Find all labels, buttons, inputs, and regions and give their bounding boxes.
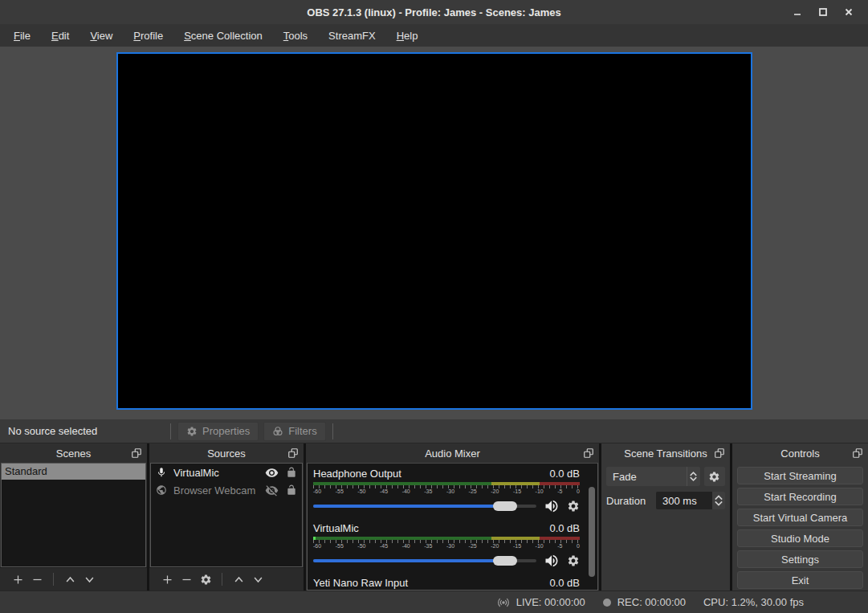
- menu-tools[interactable]: Tools: [273, 27, 318, 45]
- popout-icon[interactable]: [852, 447, 863, 459]
- source-list-item[interactable]: VirtualMic: [151, 464, 302, 481]
- controls-panel-title: Controls: [780, 447, 819, 460]
- source-list-item[interactable]: Browser Webcam: [151, 481, 302, 499]
- chevron-up-icon: [64, 574, 76, 586]
- start-virtual-camera-button[interactable]: Start Virtual Camera: [737, 509, 863, 526]
- chevron-down-icon: [252, 574, 264, 586]
- start-streaming-button[interactable]: Start Streaming: [737, 467, 863, 484]
- source-properties-button[interactable]: [196, 570, 215, 589]
- properties-button[interactable]: Properties: [177, 422, 259, 441]
- sources-list: VirtualMic Browser Webcam: [150, 463, 303, 567]
- remove-source-button[interactable]: [177, 570, 196, 589]
- filters-button[interactable]: Filters: [263, 422, 325, 441]
- channel-name: Yeti Nano Raw Input: [313, 577, 408, 589]
- exit-button[interactable]: Exit: [737, 571, 863, 589]
- remove-scene-button[interactable]: [27, 570, 47, 589]
- volume-slider[interactable]: [313, 559, 536, 562]
- select-spinner[interactable]: [687, 467, 700, 486]
- channel-gear-icon[interactable]: [567, 554, 580, 567]
- move-source-down-button[interactable]: [248, 570, 267, 589]
- maximize-icon: [819, 8, 827, 16]
- gear-icon: [186, 426, 198, 437]
- move-source-up-button[interactable]: [229, 570, 248, 589]
- menubar: File Edit View Profile Scene Collection …: [0, 24, 868, 47]
- sources-panel: Sources VirtualMic Browser Webcam: [149, 443, 304, 591]
- lock-icon[interactable]: [286, 484, 297, 496]
- window-title: OBS 27.1.3 (linux) - Profile: James - Sc…: [0, 6, 868, 18]
- preview-canvas[interactable]: [116, 52, 752, 410]
- duration-spinbox[interactable]: 300 ms: [656, 492, 725, 509]
- studio-mode-button[interactable]: Studio Mode: [737, 529, 863, 547]
- speaker-mute-icon[interactable]: [544, 498, 560, 514]
- toolbar-divider: [332, 423, 333, 439]
- visibility-eye-off-icon[interactable]: [265, 484, 279, 497]
- menu-edit[interactable]: Edit: [41, 27, 79, 45]
- chevron-down-icon: [84, 574, 96, 586]
- scenes-panel-title: Scenes: [56, 447, 91, 460]
- minimize-button[interactable]: [784, 0, 810, 24]
- popout-icon[interactable]: [583, 447, 594, 459]
- duration-value: 300 ms: [656, 492, 712, 509]
- properties-button-label: Properties: [202, 425, 250, 437]
- menu-file[interactable]: File: [3, 27, 41, 45]
- record-dot-icon: [603, 599, 611, 607]
- duration-spin-arrows[interactable]: [712, 492, 725, 509]
- audio-mixer-panel: Audio Mixer Headphone Output 0.0 dB -60-…: [306, 443, 599, 591]
- settings-button[interactable]: Settings: [737, 550, 863, 568]
- mixer-scrollbar[interactable]: [589, 487, 595, 577]
- scenes-list: Standard: [1, 463, 146, 567]
- transition-properties-button[interactable]: [704, 467, 725, 486]
- menu-scene-collection[interactable]: Scene Collection: [173, 27, 273, 45]
- transition-select[interactable]: Fade: [606, 467, 700, 486]
- close-button[interactable]: [836, 0, 862, 24]
- meter-tick-labels: -60-55-50-45-40-35-30-25-20-15-10-50: [313, 488, 580, 496]
- start-recording-button[interactable]: Start Recording: [737, 488, 863, 505]
- spin-up-icon: [715, 495, 723, 501]
- move-scene-down-button[interactable]: [79, 570, 99, 589]
- live-status: LIVE: 00:00:00: [495, 596, 585, 609]
- audio-mixer-title: Audio Mixer: [425, 447, 480, 460]
- obs-main-window: OBS 27.1.3 (linux) - Profile: James - Sc…: [0, 0, 868, 613]
- popout-icon[interactable]: [131, 447, 142, 459]
- source-name: VirtualMic: [173, 467, 265, 479]
- scenes-panel: Scenes Standard: [0, 443, 147, 591]
- channel-name: VirtualMic: [313, 522, 359, 534]
- popout-icon[interactable]: [714, 447, 725, 459]
- globe-icon: [156, 484, 167, 496]
- menu-streamfx[interactable]: StreamFX: [318, 27, 386, 45]
- popout-icon[interactable]: [287, 447, 299, 459]
- scene-transitions-panel: Scene Transitions Fade Duration: [601, 443, 730, 591]
- rec-time: REC: 00:00:00: [617, 596, 686, 608]
- menu-profile[interactable]: Profile: [123, 27, 173, 45]
- add-source-button[interactable]: [157, 570, 177, 589]
- lock-icon[interactable]: [286, 467, 297, 478]
- scene-list-item[interactable]: Standard: [2, 464, 145, 480]
- titlebar: OBS 27.1.3 (linux) - Profile: James - Sc…: [0, 0, 868, 24]
- scene-transitions-title: Scene Transitions: [624, 447, 707, 460]
- gear-icon: [200, 574, 212, 586]
- volume-slider[interactable]: [313, 505, 536, 508]
- controls-panel: Controls Start Streaming Start Recording…: [732, 443, 868, 591]
- duration-label: Duration: [606, 495, 656, 507]
- controls-panel-header: Controls: [732, 443, 868, 463]
- source-toolbar: No source selected Properties Filters: [0, 419, 868, 443]
- scene-transitions-header: Scene Transitions: [601, 443, 730, 463]
- menu-view[interactable]: View: [79, 27, 123, 45]
- menu-help[interactable]: Help: [386, 27, 429, 45]
- maximize-button[interactable]: [810, 0, 836, 24]
- move-scene-up-button[interactable]: [60, 570, 79, 589]
- sources-panel-header: Sources: [149, 443, 304, 463]
- channel-gear-icon[interactable]: [567, 500, 580, 513]
- volume-slider-handle[interactable]: [493, 501, 517, 511]
- add-scene-button[interactable]: [8, 570, 27, 589]
- visibility-eye-icon[interactable]: [265, 466, 279, 480]
- spin-down-icon: [715, 501, 723, 506]
- channel-volume-db: 0.0 dB: [549, 577, 580, 589]
- mixer-channel-headphone-output: Headphone Output 0.0 dB -60-55-50-45-40-…: [313, 468, 580, 515]
- volume-slider-handle[interactable]: [493, 556, 517, 566]
- close-icon: [845, 8, 853, 16]
- cpu-status: CPU: 1.2%, 30.00 fps: [703, 596, 804, 608]
- gear-icon: [708, 471, 720, 483]
- toolbar-separator: [53, 573, 54, 586]
- speaker-mute-icon[interactable]: [544, 553, 560, 569]
